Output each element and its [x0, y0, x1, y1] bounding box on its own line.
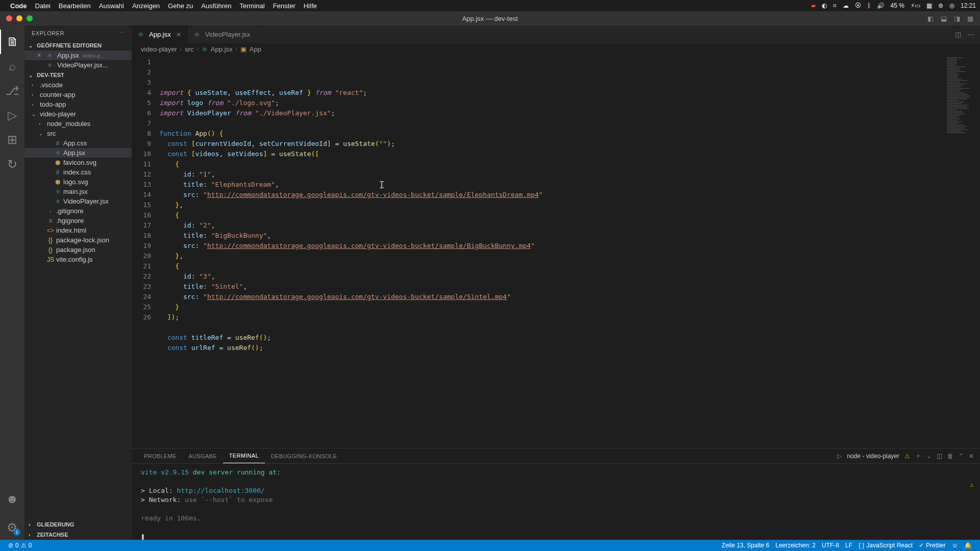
status-icon[interactable]: ◐ [822, 2, 827, 9]
panel-close-icon[interactable]: ✕ [969, 453, 974, 460]
panel-tab[interactable]: DEBUGGING-KONSOLE [265, 449, 343, 463]
folder-item[interactable]: ⌄src [24, 129, 132, 138]
menu-item[interactable]: Anzeigen [132, 2, 160, 10]
tree-item-label: node_modules [47, 120, 90, 128]
status-wifi-icon[interactable]: ⊚ [938, 2, 943, 9]
code-content[interactable]: 𝙸 import { useState, useEffect, useRef }… [159, 55, 944, 448]
close-icon[interactable]: ✕ [37, 52, 44, 59]
status-battery-icon[interactable]: ⚡︎▭ [911, 2, 920, 9]
remote-icon[interactable]: ↻ [0, 152, 24, 177]
status-control-center-icon[interactable]: ◎ [949, 2, 954, 9]
file-item[interactable]: ⬢favicon.svg [24, 158, 132, 167]
status-rec-icon[interactable]: ▰ [811, 2, 816, 9]
menu-item[interactable]: Gehe zu [168, 2, 193, 10]
file-item[interactable]: <>index.html [24, 226, 132, 235]
search-icon[interactable]: ⌕ [0, 54, 24, 79]
breadcrumb-item[interactable]: src [185, 45, 193, 53]
panel-tab[interactable]: PROBLEME [138, 449, 183, 463]
settings-icon[interactable]: ⚙1 [0, 515, 24, 540]
minimap[interactable] [944, 55, 980, 448]
status-icon[interactable]: ☁︎ [843, 2, 849, 9]
terminal-warning-icon[interactable]: ⚠ [904, 453, 910, 460]
folder-item[interactable]: ⌄video-player [24, 109, 132, 119]
status-bluetooth-icon[interactable]: ᛒ [867, 2, 871, 9]
menu-item[interactable]: Datei [35, 2, 51, 10]
terminal-label[interactable]: node - video-player [847, 453, 899, 460]
open-editors-header[interactable]: ⌄ GEÖFFNETE EDITOREN [24, 40, 132, 51]
file-item[interactable]: {}package-lock.json [24, 235, 132, 245]
status-icon[interactable]: ⦿ [855, 2, 861, 9]
window-close-button[interactable] [6, 15, 12, 21]
accounts-icon[interactable]: ☻ [0, 487, 24, 511]
menu-item[interactable]: Fenster [273, 2, 296, 10]
explorer-more-icon[interactable]: ⋯ [119, 30, 125, 36]
open-editor-item[interactable]: ✕⚛︎App.jsx video-p... [24, 51, 132, 60]
file-icon: ⚛︎ [54, 198, 61, 205]
open-editor-item[interactable]: ⚛︎VideoPlayer.jsx... [24, 60, 132, 70]
terminal-picker-icon[interactable]: ▷ [837, 453, 842, 460]
folder-item[interactable]: ›todo-app [24, 99, 132, 109]
tree-item-label: VideoPlayer.jsx [63, 197, 109, 205]
new-terminal-icon[interactable]: ＋ [915, 452, 921, 460]
file-item[interactable]: ≡.hgignore [24, 216, 132, 226]
status-icon[interactable]: ⌗ [833, 2, 837, 9]
code-editor[interactable]: 1234567891011121314151617181920212223242… [132, 55, 980, 448]
folder-item[interactable]: ›.vscode [24, 80, 132, 90]
file-item[interactable]: {}package.json [24, 245, 132, 255]
file-item[interactable]: ⬢logo.svg [24, 177, 132, 187]
activity-bar: 🗎 ⌕ ⎇ ▷ ⊞ ↻ ☻ ⚙1 [0, 26, 24, 540]
tab-close-icon[interactable]: ✕ [176, 31, 181, 38]
status-volume-icon[interactable]: 🔊 [877, 2, 885, 9]
editor-tab[interactable]: ⚛︎VideoPlayer.jsx [188, 26, 262, 43]
status-battery-text[interactable]: 45 % [891, 2, 904, 9]
terminal-warning-badge-icon[interactable]: ⚠ [970, 480, 974, 489]
layout-left-icon[interactable]: ◧ [926, 15, 935, 22]
breadcrumb-item[interactable]: App.jsx [211, 45, 233, 53]
split-terminal-icon[interactable]: ◫ [937, 453, 942, 460]
timeline-header[interactable]: › ZEITACHSE [24, 530, 132, 540]
menu-item[interactable]: Ausführen [201, 2, 231, 10]
layout-right-icon[interactable]: ◨ [952, 15, 962, 22]
layout-bottom-icon[interactable]: ⬓ [939, 15, 948, 22]
tree-item-label: .hgignore [56, 217, 84, 224]
file-item[interactable]: #App.css [24, 138, 132, 148]
status-time[interactable]: 12:21 [961, 2, 976, 9]
extensions-icon[interactable]: ⊞ [0, 128, 24, 152]
workspace-header[interactable]: ⌄ DEV-TEST [24, 70, 132, 80]
breadcrumbs[interactable]: video-player›src›⚛︎ App.jsx›▣ App [132, 43, 980, 55]
explorer-icon[interactable]: 🗎 [0, 30, 24, 54]
file-item[interactable]: #index.css [24, 167, 132, 177]
breadcrumb-item[interactable]: video-player [141, 45, 177, 53]
panel-maximize-icon[interactable]: ⌃ [959, 453, 964, 460]
file-item[interactable]: ◦.gitignore [24, 206, 132, 216]
editor-tab[interactable]: ⚛︎App.jsx✕ [132, 26, 188, 43]
outline-header[interactable]: › GLIEDERUNG [24, 519, 132, 530]
menu-item[interactable]: Hilfe [304, 2, 317, 10]
panel-tab[interactable]: AUSGABE [183, 449, 223, 463]
more-actions-icon[interactable]: ⋯ [967, 31, 974, 38]
run-debug-icon[interactable]: ▷ [0, 103, 24, 128]
file-item[interactable]: JSvite.config.js [24, 255, 132, 264]
status-errors[interactable]: ⊘0⚠0 [5, 542, 35, 549]
breadcrumb-item[interactable]: App [250, 45, 261, 53]
folder-item[interactable]: ›counter-app [24, 90, 132, 99]
menu-item[interactable]: Auswahl [99, 2, 124, 10]
source-control-icon[interactable]: ⎇ [0, 79, 24, 103]
layout-customize-icon[interactable]: ▦ [966, 15, 975, 22]
tree-item-label: src [47, 130, 56, 137]
menu-item[interactable]: Terminal [240, 2, 265, 10]
file-item[interactable]: ⚛︎VideoPlayer.jsx [24, 196, 132, 206]
split-editor-icon[interactable]: ◫ [955, 31, 961, 38]
menu-item[interactable]: Bearbeiten [59, 2, 91, 10]
file-item[interactable]: ⚛︎App.jsx [24, 148, 132, 158]
window-maximize-button[interactable] [27, 15, 33, 21]
terminal-dropdown-icon[interactable]: ⌄ [926, 453, 932, 460]
app-menu-name[interactable]: Code [10, 2, 27, 10]
kill-terminal-icon[interactable]: 🗑 [947, 453, 953, 460]
terminal-content[interactable]: ⚠ vite v2.9.15 dev server running at: > … [132, 464, 980, 545]
file-item[interactable]: ⚛︎main.jsx [24, 187, 132, 196]
status-icon[interactable]: ▦ [926, 2, 932, 9]
window-minimize-button[interactable] [16, 15, 22, 21]
panel-tab[interactable]: TERMINAL [223, 448, 265, 463]
folder-item[interactable]: ›node_modules [24, 119, 132, 129]
